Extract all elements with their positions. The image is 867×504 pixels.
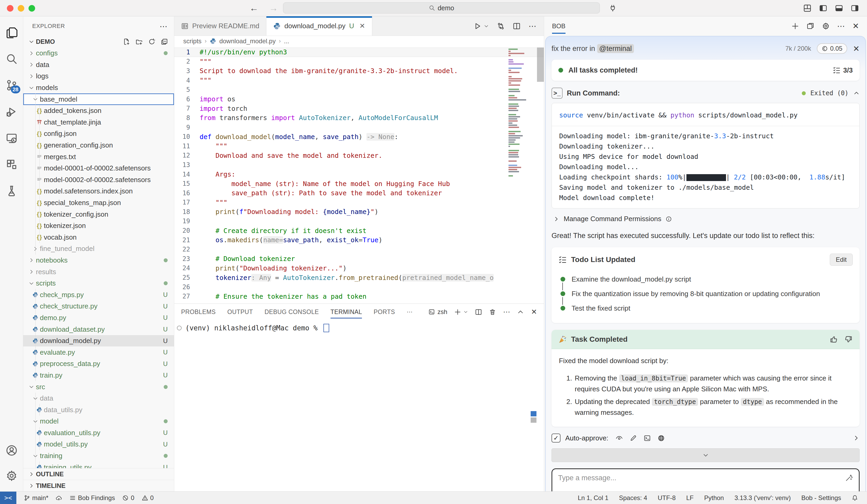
code-line[interactable]: 24 print("Downloading tokenizer...") bbox=[174, 264, 544, 273]
code-line[interactable]: 26 bbox=[174, 282, 544, 292]
status-lf[interactable]: LF bbox=[686, 494, 694, 502]
tree-item-models[interactable]: models bbox=[23, 82, 174, 94]
collapse-icon[interactable] bbox=[853, 90, 860, 96]
minimize-window-button[interactable] bbox=[18, 5, 24, 12]
task-count[interactable]: 3/3 bbox=[833, 66, 853, 74]
tree-item-config.json[interactable]: { }config.json bbox=[23, 128, 174, 140]
code-line[interactable]: 12 Download and save the model and token… bbox=[174, 151, 544, 161]
tree-item-tokenizer_config.json[interactable]: { }tokenizer_config.json bbox=[23, 208, 174, 220]
panel-more[interactable]: ⋯ bbox=[503, 308, 510, 316]
code-line[interactable]: 5 bbox=[174, 85, 544, 95]
command-center-search[interactable]: demo bbox=[283, 2, 600, 13]
split-editor[interactable] bbox=[513, 22, 521, 30]
terminal-dropdown[interactable] bbox=[463, 309, 468, 314]
approve-terminal-small[interactable] bbox=[644, 435, 651, 442]
toggle-panel-right[interactable] bbox=[850, 4, 859, 12]
panel-tab-terminal[interactable]: TERMINAL bbox=[331, 304, 362, 320]
more-actions[interactable]: ⋯ bbox=[528, 22, 536, 30]
code-line[interactable]: 8from transformers import AutoTokenizer,… bbox=[174, 113, 544, 123]
breadcrumb-item[interactable]: scripts bbox=[183, 37, 201, 45]
code-line[interactable]: 27 # Ensure the tokenizer has a pad toke… bbox=[174, 292, 544, 301]
minimap[interactable] bbox=[509, 46, 536, 304]
bob-more[interactable]: ⋯ bbox=[837, 22, 845, 30]
tree-item-special_tokens_map.json[interactable]: { }special_tokens_map.json bbox=[23, 197, 174, 209]
status-3-13-3-venv-venv-[interactable]: 3.13.3 ('venv': venv) bbox=[735, 494, 791, 502]
tree-item-merges.txt[interactable]: merges.txt bbox=[23, 151, 174, 163]
chevron-right-icon[interactable] bbox=[853, 435, 860, 441]
run-command-row[interactable]: >_ Run Command: Exited (0) bbox=[552, 88, 860, 99]
activity-search[interactable] bbox=[2, 47, 21, 70]
tree-item-evaluate.py[interactable]: evaluate.pyU bbox=[23, 347, 174, 358]
approve-pencil[interactable] bbox=[630, 435, 637, 442]
manage-permissions-row[interactable]: Manage Command Permissions bbox=[552, 215, 860, 223]
code-line[interactable]: 1#!/usr/bin/env python3 bbox=[174, 47, 544, 57]
todo-item[interactable]: Examine the download_model.py script bbox=[560, 272, 853, 287]
tree-item-model-00001-of-00002.safetensors[interactable]: model-00001-of-00002.safetensors bbox=[23, 163, 174, 174]
close-window-button[interactable] bbox=[7, 5, 13, 12]
thumbs-up-icon[interactable] bbox=[829, 335, 838, 343]
tree-item-configs[interactable]: configs bbox=[23, 47, 174, 59]
tree-item-evaluation_utils.py[interactable]: evaluation_utils.pyU bbox=[23, 427, 174, 439]
toggle-panel-left[interactable] bbox=[819, 4, 827, 12]
code-line[interactable]: 13 bbox=[174, 160, 544, 170]
refresh[interactable] bbox=[148, 38, 156, 45]
tree-item-data[interactable]: data bbox=[23, 59, 174, 71]
activity-remote-explorer[interactable] bbox=[2, 127, 21, 149]
tree-item-preprocess_data.py[interactable]: preprocess_data.pyU bbox=[23, 358, 174, 370]
panel-tab-debug-console[interactable]: DEBUG CONSOLE bbox=[265, 304, 319, 320]
code-line[interactable]: 20 # Create directory if it doesn't exis… bbox=[174, 226, 544, 235]
status-spaces-4[interactable]: Spaces: 4 bbox=[619, 494, 647, 502]
section-outline[interactable]: OUTLINE bbox=[23, 468, 174, 480]
new-chat[interactable] bbox=[791, 22, 799, 30]
close-chat-icon[interactable]: ✕ bbox=[853, 44, 860, 53]
activity-account[interactable] bbox=[2, 439, 21, 462]
status-bob-settings[interactable]: Bob - Settings bbox=[801, 494, 841, 502]
plug-icon[interactable] bbox=[609, 4, 617, 12]
panel-tab-ports[interactable]: PORTS bbox=[374, 304, 395, 320]
code-line[interactable]: 23 # Download tokenizer bbox=[174, 254, 544, 264]
status-bob-findings[interactable]: Bob Findings bbox=[69, 494, 115, 502]
code-line[interactable]: 19 bbox=[174, 217, 544, 226]
code-line[interactable]: 7import torch bbox=[174, 104, 544, 113]
toggle-layout-grid[interactable] bbox=[803, 4, 812, 12]
terminal-scrollbar[interactable] bbox=[531, 411, 536, 423]
toggle-panel-bottom[interactable] bbox=[835, 4, 843, 12]
tree-item-vocab.json[interactable]: { }vocab.json bbox=[23, 232, 174, 243]
tab-preview-readme.md[interactable]: Preview README.md bbox=[174, 17, 266, 36]
remote-indicator[interactable]: >< bbox=[0, 492, 17, 504]
message-input[interactable]: Type a message... (@ to add context, / f… bbox=[552, 468, 860, 491]
status-main-[interactable]: main* bbox=[24, 494, 48, 502]
panel-tab-output[interactable]: OUTPUT bbox=[227, 304, 253, 320]
tree-item-scripts[interactable]: scripts bbox=[23, 277, 174, 289]
code-line[interactable]: 21 os.makedirs(name=save_path, exist_ok=… bbox=[174, 235, 544, 245]
tree-item-demo.py[interactable]: demo.pyU bbox=[23, 312, 174, 324]
activity-source-control[interactable]: 28 bbox=[2, 74, 21, 97]
close-panel[interactable]: ✕ bbox=[531, 308, 537, 316]
history-back-icon[interactable]: ← bbox=[249, 3, 258, 13]
code-line[interactable]: 9 bbox=[174, 123, 544, 132]
tree-item-fine_tuned_model[interactable]: fine_tuned_model bbox=[23, 243, 174, 255]
code-line[interactable]: 11 """ bbox=[174, 141, 544, 151]
collapse-all[interactable] bbox=[161, 38, 168, 45]
tab-download_model.py[interactable]: download_model.pyU✕ bbox=[266, 17, 372, 36]
section-timeline[interactable]: TIMELINE bbox=[23, 480, 174, 491]
tree-item-check_structure.py[interactable]: check_structure.pyU bbox=[23, 300, 174, 312]
tree-item-src[interactable]: src bbox=[23, 381, 174, 393]
notifications-bell[interactable] bbox=[852, 495, 858, 501]
tree-item-model[interactable]: model bbox=[23, 416, 174, 427]
status-utf-8[interactable]: UTF-8 bbox=[657, 494, 676, 502]
code-line[interactable]: 25 tokenizer: Any = AutoTokenizer.from_p… bbox=[174, 273, 544, 282]
tree-item-download_dataset.py[interactable]: download_dataset.pyU bbox=[23, 324, 174, 335]
thumbs-down-icon[interactable] bbox=[844, 335, 853, 343]
tree-item-data_utils.py[interactable]: data_utils.py bbox=[23, 404, 174, 416]
code-line[interactable]: 6import os bbox=[174, 95, 544, 104]
info-icon[interactable] bbox=[666, 216, 672, 222]
status-0[interactable]: 0 bbox=[142, 494, 154, 502]
tree-item-model_utils.py[interactable]: model_utils.pyU bbox=[23, 439, 174, 450]
breadcrumb-item[interactable]: ... bbox=[284, 37, 289, 45]
code-line[interactable]: 10def download_model(model_name, save_pa… bbox=[174, 132, 544, 141]
tree-item-train.py[interactable]: train.pyU bbox=[23, 370, 174, 381]
wand-icon[interactable] bbox=[845, 474, 853, 482]
panel-tabs-more[interactable]: ⋯ bbox=[407, 304, 413, 320]
activity-run-debug[interactable] bbox=[2, 100, 21, 123]
